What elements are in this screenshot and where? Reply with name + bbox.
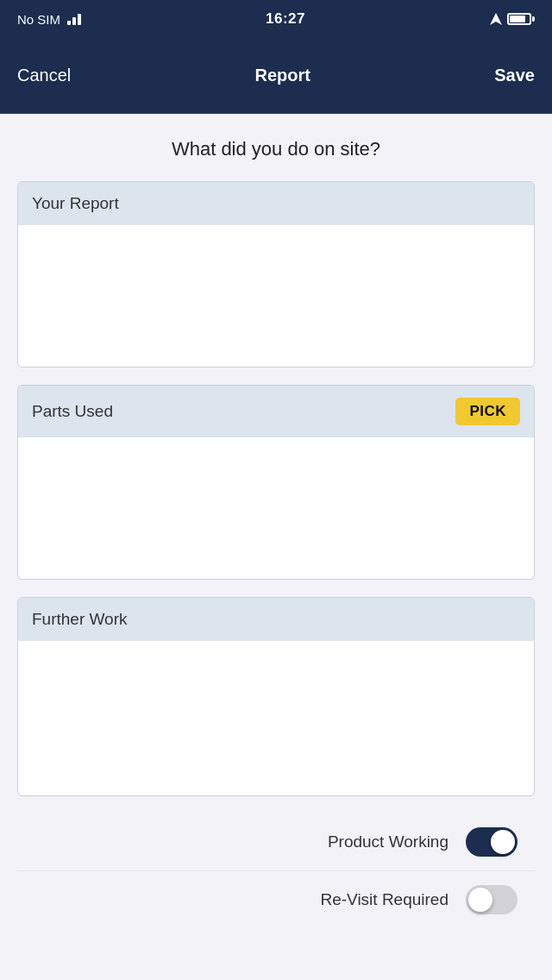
your-report-header: Your Report [18, 182, 534, 225]
main-content: What did you do on site? Your Report Par… [0, 114, 552, 963]
svg-marker-0 [490, 13, 502, 25]
product-working-toggle[interactable] [466, 827, 518, 857]
parts-used-section: Parts Used PICK [17, 385, 535, 580]
status-right [490, 13, 535, 25]
further-work-textarea[interactable] [18, 641, 534, 792]
parts-used-textarea[interactable] [18, 437, 534, 575]
further-work-section: Further Work [17, 597, 535, 796]
nav-title: Report [255, 66, 310, 85]
battery-icon [507, 13, 535, 25]
your-report-textarea[interactable] [18, 225, 534, 363]
page-question: What did you do on site? [17, 138, 535, 160]
revisit-required-row: Re-Visit Required [17, 871, 535, 928]
cancel-button[interactable]: Cancel [17, 59, 71, 92]
your-report-section: Your Report [17, 181, 535, 368]
revisit-required-toggle[interactable] [466, 885, 518, 914]
your-report-label: Your Report [32, 194, 119, 213]
revisit-required-label: Re-Visit Required [320, 890, 448, 909]
product-working-row: Product Working [17, 814, 535, 871]
pick-button[interactable]: PICK [455, 398, 520, 425]
status-bar: No SIM 16:27 [0, 0, 552, 38]
further-work-header: Further Work [18, 598, 534, 641]
toggle-section: Product Working Re-Visit Required [17, 814, 535, 928]
further-work-label: Further Work [32, 610, 128, 629]
status-left: No SIM [17, 12, 81, 27]
location-icon [490, 13, 502, 25]
carrier-label: No SIM [17, 12, 60, 27]
revisit-required-knob [468, 888, 492, 912]
parts-used-header: Parts Used PICK [18, 386, 534, 437]
wifi-icon [67, 14, 81, 25]
nav-bar: Cancel Report Save [0, 38, 552, 114]
save-button[interactable]: Save [494, 59, 535, 92]
parts-used-label: Parts Used [32, 402, 113, 421]
status-time: 16:27 [266, 10, 305, 28]
product-working-knob [491, 830, 515, 854]
product-working-label: Product Working [328, 832, 448, 851]
